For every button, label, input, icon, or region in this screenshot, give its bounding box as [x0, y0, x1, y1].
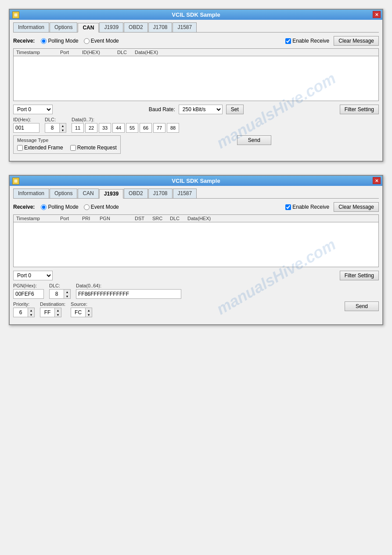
data64-label-2: Data(0..64): — [76, 283, 181, 288]
dlc-group-2: DLC: ▲ ▼ — [49, 283, 71, 299]
dlc-spinner-1[interactable]: ▲ ▼ — [45, 123, 66, 133]
window-2-content: Information Options CAN J1939 OBD2 J1708… — [10, 186, 382, 324]
event-mode-1[interactable]: Event Mode — [84, 38, 119, 44]
tab-j1939-1[interactable]: J1939 — [99, 22, 123, 32]
message-type-box-1: Message Type Extended Frame Remote Reque… — [13, 135, 121, 154]
destination-label-2: Destination: — [40, 301, 65, 307]
dlc-label-2: DLC: — [49, 283, 71, 288]
baud-select-1[interactable]: 250 kBit/s — [179, 105, 223, 114]
col-data-1: Data(HEX) — [135, 50, 376, 55]
dlc-spinner-2[interactable]: ▲ ▼ — [49, 289, 71, 299]
source-spin-up-2[interactable]: ▲ — [86, 308, 92, 312]
col-data-2: Data(HEX) — [187, 216, 376, 221]
tab-options-1[interactable]: Options — [50, 22, 77, 32]
pgn-input-2[interactable] — [13, 289, 44, 299]
data-byte-5-1[interactable] — [140, 123, 152, 133]
enable-checkbox-1[interactable] — [285, 38, 291, 44]
destination-spin-up-2[interactable]: ▲ — [55, 308, 61, 312]
filter-setting-button-1[interactable]: Filter Setting — [340, 105, 379, 114]
tab-obd2-1[interactable]: OBD2 — [124, 22, 148, 32]
clear-message-button-1[interactable]: Clear Message — [334, 36, 379, 46]
enable-receive-2[interactable]: Enable Receive — [285, 204, 329, 210]
priority-spin-up-2[interactable]: ▲ — [28, 308, 34, 312]
polling-mode-1[interactable]: Polling Mode — [41, 38, 78, 44]
tab-obd2-2[interactable]: OBD2 — [124, 189, 148, 198]
table-header-1: Timestamp Port ID(HEX) DLC Data(HEX) — [14, 49, 378, 56]
data-byte-4-1[interactable] — [126, 123, 138, 133]
source-input-2[interactable] — [71, 308, 86, 317]
tab-j1587-1[interactable]: J1587 — [173, 22, 197, 32]
receive-row-2: Receive: Polling Mode Event Mode Enable … — [13, 202, 379, 212]
tab-can-1[interactable]: CAN — [78, 23, 99, 33]
dlc-spin-up-1[interactable]: ▲ — [60, 123, 66, 128]
remote-request-checkbox-1[interactable] — [70, 145, 76, 151]
tab-j1708-1[interactable]: J1708 — [148, 22, 173, 32]
table-header-2: Timestamp Port PRI PGN DST SRC DLC Data(… — [14, 215, 378, 222]
data-byte-3-1[interactable] — [112, 123, 125, 133]
window-1-close[interactable]: ✕ — [373, 11, 381, 18]
event-radio-1[interactable] — [84, 38, 90, 44]
send-area-1: Send — [129, 135, 379, 147]
port-select-2[interactable]: Port 0 — [13, 271, 53, 280]
destination-input-2[interactable] — [40, 308, 55, 317]
clear-message-button-2[interactable]: Clear Message — [334, 202, 379, 212]
page-container: ⊞ VCIL SDK Sample ✕ Information Options … — [9, 9, 383, 325]
priority-input-2[interactable] — [13, 308, 28, 317]
dlc-spin-down-1[interactable]: ▼ — [60, 128, 66, 132]
baud-label-1: Baud Rate: — [149, 106, 175, 112]
dlc-spin-down-2[interactable]: ▼ — [64, 294, 70, 298]
port-select-1[interactable]: Port 0 — [13, 105, 53, 114]
data-fields-1 — [72, 123, 179, 133]
tab-information-1[interactable]: Information — [13, 22, 49, 32]
filter-setting-button-2[interactable]: Filter Setting — [340, 271, 379, 280]
message-table-1: Timestamp Port ID(HEX) DLC Data(HEX) man… — [13, 48, 379, 101]
window-2-title: VCIL SDK Sample — [172, 178, 220, 184]
enable-receive-1[interactable]: Enable Receive — [285, 38, 329, 44]
message-type-options-1: Extended Frame Remote Request — [17, 145, 117, 151]
destination-group-2: Destination: ▲ ▼ — [40, 301, 65, 317]
priority-group-2: Priority: ▲ ▼ — [13, 301, 35, 317]
data-byte-7-1[interactable] — [167, 123, 179, 133]
window-1-title: VCIL SDK Sample — [172, 11, 220, 18]
priority-spin-down-2[interactable]: ▼ — [28, 312, 34, 317]
tab-can-2[interactable]: CAN — [78, 189, 98, 198]
dlc-spin-up-2[interactable]: ▲ — [64, 290, 70, 294]
data-byte-0-1[interactable] — [72, 123, 84, 133]
data-byte-6-1[interactable] — [153, 123, 165, 133]
window-2-close[interactable]: ✕ — [373, 177, 381, 184]
event-mode-2[interactable]: Event Mode — [84, 204, 119, 210]
receive-row-1: Receive: Polling Mode Event Mode Enable … — [13, 36, 379, 46]
data-byte-2-1[interactable] — [99, 123, 111, 133]
dlc-input-2[interactable] — [49, 289, 64, 299]
source-spin-down-2[interactable]: ▼ — [86, 312, 92, 317]
event-radio-2[interactable] — [84, 204, 90, 210]
send-button-1[interactable]: Send — [237, 135, 271, 145]
remote-request-1[interactable]: Remote Request — [70, 145, 117, 151]
source-label-2: Source: — [71, 301, 92, 307]
extended-frame-checkbox-1[interactable] — [17, 145, 23, 151]
col-dst-2: DST — [135, 216, 152, 221]
window-2-tabs: Information Options CAN J1939 OBD2 J1708… — [13, 189, 379, 199]
remote-request-label-1: Remote Request — [77, 145, 117, 151]
polling-label-2: Polling Mode — [48, 204, 78, 210]
tab-options-2[interactable]: Options — [50, 189, 77, 198]
extended-frame-1[interactable]: Extended Frame — [17, 145, 63, 151]
tab-information-2[interactable]: Information — [13, 189, 49, 198]
destination-spinner-2[interactable]: ▲ ▼ — [40, 308, 65, 317]
source-spinner-2[interactable]: ▲ ▼ — [71, 308, 92, 317]
data64-input-2[interactable] — [76, 289, 181, 299]
polling-mode-2[interactable]: Polling Mode — [41, 204, 78, 210]
data-byte-1-1[interactable] — [85, 123, 97, 133]
polling-radio-2[interactable] — [41, 204, 47, 210]
tab-j1708-2[interactable]: J1708 — [148, 189, 173, 198]
tab-j1587-2[interactable]: J1587 — [173, 189, 197, 198]
destination-spin-down-2[interactable]: ▼ — [55, 312, 61, 317]
dlc-input-1[interactable] — [45, 123, 60, 133]
tab-j1939-2[interactable]: J1939 — [99, 189, 123, 199]
id-input-1[interactable] — [13, 123, 40, 133]
set-button-1[interactable]: Set — [226, 105, 244, 114]
polling-radio-1[interactable] — [41, 38, 47, 44]
enable-checkbox-2[interactable] — [285, 204, 291, 210]
priority-spinner-2[interactable]: ▲ ▼ — [13, 308, 35, 317]
send-button-2[interactable]: Send — [345, 301, 379, 311]
